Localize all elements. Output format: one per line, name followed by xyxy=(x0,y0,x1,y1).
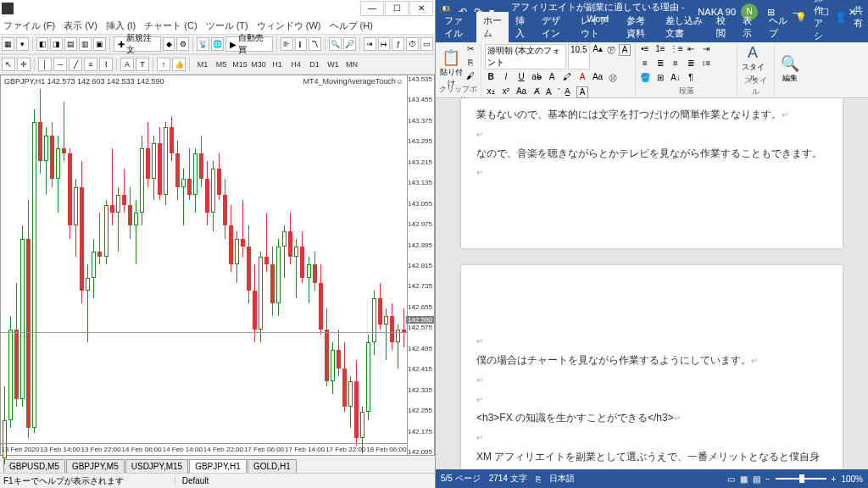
font-color-icon[interactable]: A xyxy=(576,72,588,84)
options-icon[interactable]: ⚙ xyxy=(176,37,189,51)
font-name-select[interactable]: 游明朝 (本文のフォント xyxy=(485,44,566,69)
enclose-char-icon[interactable]: ㊐ xyxy=(607,72,619,84)
subscript-icon[interactable]: x₂ xyxy=(485,86,497,98)
superscript-icon[interactable]: x² xyxy=(500,86,512,98)
cursor-icon[interactable]: ↖ xyxy=(2,58,15,71)
paste-button[interactable]: 📋貼り付け xyxy=(439,48,463,79)
ribbon-tab-7[interactable]: 校閲 xyxy=(709,12,736,42)
chart-tab[interactable]: USDJPY,M15 xyxy=(125,459,188,473)
line-spacing-icon[interactable]: ↕≡ xyxy=(700,58,712,70)
timeframe-D1[interactable]: D1 xyxy=(305,58,324,71)
periods-icon[interactable]: ⏱ xyxy=(406,37,419,51)
signals-icon[interactable]: 📡 xyxy=(197,37,209,51)
tell-me-icon[interactable]: 💡 xyxy=(795,12,807,23)
text-effect-icon[interactable]: A xyxy=(546,72,558,84)
mt4-menubar[interactable]: ファイル (F)表示 (V)挿入 (I)チャート (C)ツール (T)ウィンドウ… xyxy=(0,17,435,34)
navigator-icon[interactable]: ◨ xyxy=(50,37,63,51)
menu-item[interactable]: チャート (C) xyxy=(144,19,197,32)
ribbon-tab-5[interactable]: 参考資料 xyxy=(620,12,659,42)
timeframe-M30[interactable]: M30 xyxy=(249,58,268,71)
bullets-icon[interactable]: •≡ xyxy=(639,44,651,56)
chart-tab[interactable]: GBPJPY,H1 xyxy=(189,459,247,473)
zoom-out-button[interactable]: − xyxy=(765,474,771,484)
new-chart-icon[interactable]: ▦ xyxy=(2,37,14,51)
close-button[interactable]: ✕ xyxy=(409,1,433,16)
justify-icon[interactable]: ≣ xyxy=(685,58,697,70)
market-icon[interactable]: 🌐 xyxy=(211,37,224,51)
ruby-icon[interactable]: ㊦ xyxy=(605,44,617,56)
cut-icon[interactable]: ✂ xyxy=(465,44,476,56)
timeframe-M15[interactable]: M15 xyxy=(231,58,249,71)
market-watch-icon[interactable]: ◧ xyxy=(36,37,49,51)
word-count[interactable]: 2714 文字 xyxy=(489,473,527,485)
clear-format-icon[interactable]: A̸ xyxy=(531,86,542,98)
ribbon-tab-8[interactable]: 表示 xyxy=(736,12,762,42)
decrease-indent-icon[interactable]: ⇤ xyxy=(685,44,697,56)
zoom-in-button[interactable]: + xyxy=(832,474,837,484)
language[interactable]: 日本語 xyxy=(549,473,575,485)
vline-icon[interactable]: │ xyxy=(38,58,52,71)
grow-font-icon[interactable]: A▴ xyxy=(592,44,604,56)
print-layout-icon[interactable]: ▦ xyxy=(740,474,748,484)
numbering-icon[interactable]: 1≡ xyxy=(654,44,666,56)
bold-icon[interactable]: B xyxy=(485,72,497,84)
zoom-slider[interactable] xyxy=(776,478,826,480)
indicators-icon[interactable]: ƒ xyxy=(392,37,404,51)
share-icon[interactable]: 👤 xyxy=(835,12,847,23)
char-shading-icon[interactable]: Aa xyxy=(592,72,604,84)
trendline-icon[interactable]: ╱ xyxy=(69,58,82,71)
maximize-button[interactable]: ☐ xyxy=(385,1,409,16)
editing-button[interactable]: 🔍編集 xyxy=(778,54,802,85)
timeframe-H4[interactable]: H4 xyxy=(287,58,305,71)
ribbon-tab-1[interactable]: ホーム xyxy=(476,12,509,42)
ribbon-tab-4[interactable]: レイアウト xyxy=(574,12,619,42)
timeframe-M1[interactable]: M1 xyxy=(193,58,212,71)
highlight-icon[interactable]: 🖍 xyxy=(561,72,573,84)
tester-icon[interactable]: ▥ xyxy=(79,37,92,51)
strikethrough-icon[interactable]: ab̶ xyxy=(531,72,542,84)
sort-icon[interactable]: A↓ xyxy=(670,73,682,85)
bar-chart-icon[interactable]: ⊪ xyxy=(281,37,293,51)
templates-icon[interactable]: ▭ xyxy=(420,37,433,51)
font-size-select[interactable]: 10.5 xyxy=(568,44,590,69)
timeframe-MN[interactable]: MN xyxy=(342,58,361,71)
timeframe-M5[interactable]: M5 xyxy=(212,58,231,71)
menu-item[interactable]: 表示 (V) xyxy=(64,19,97,32)
align-right-icon[interactable]: ≡ xyxy=(670,58,682,70)
data-window-icon[interactable]: ▣ xyxy=(93,37,106,51)
channel-icon[interactable]: ≡ xyxy=(84,58,97,71)
minimize-button[interactable]: — xyxy=(360,1,384,16)
format-painter-icon[interactable]: 🖌 xyxy=(465,71,476,83)
chart-area[interactable]: GBPJPY,H1 142.573 142.603 142.533 142.59… xyxy=(0,75,435,456)
increase-indent-icon[interactable]: ⇥ xyxy=(700,44,712,56)
label-icon[interactable]: T xyxy=(136,58,149,71)
zoom-out-icon[interactable]: 🔎 xyxy=(343,37,356,51)
phonetic-icon[interactable]: A゜ xyxy=(546,86,558,98)
change-case-icon[interactable]: Aa xyxy=(515,86,527,98)
copy-icon[interactable]: ⎘ xyxy=(465,58,476,69)
ribbon-tab-2[interactable]: 挿入 xyxy=(509,12,535,42)
menu-item[interactable]: ウィンドウ (W) xyxy=(257,19,321,32)
candle-chart-icon[interactable]: ⫿ xyxy=(295,37,308,51)
borders-icon[interactable]: ⊞ xyxy=(654,73,666,85)
timeframe-W1[interactable]: W1 xyxy=(324,58,342,71)
web-layout-icon[interactable]: ▤ xyxy=(753,474,760,484)
italic-icon[interactable]: I xyxy=(500,72,512,84)
multilevel-icon[interactable]: ⋮≡ xyxy=(670,44,682,56)
document-area[interactable]: 業もないので、基本的には文字を打つだけの簡単作業となります。 なので、音楽を聴き… xyxy=(436,98,868,469)
new-order-button[interactable]: ✚新規注文 xyxy=(114,36,161,52)
chart-tab[interactable]: GBPUSD,M5 xyxy=(3,459,65,473)
auto-trade-button[interactable]: ▶自動売買 xyxy=(225,36,273,52)
page-number[interactable]: 5/5 ページ xyxy=(441,473,481,485)
align-left-icon[interactable]: ≡ xyxy=(639,58,651,70)
char-border-icon[interactable]: A xyxy=(619,44,631,56)
ribbon-tab-9[interactable]: ヘルプ xyxy=(762,12,794,42)
hline-icon[interactable]: ─ xyxy=(53,58,67,71)
align-center-icon[interactable]: ≣ xyxy=(654,58,666,70)
thumb-icon[interactable]: 👍 xyxy=(172,58,186,71)
fibo-icon[interactable]: ⌇ xyxy=(99,58,113,71)
ribbon-tab-0[interactable]: ファイル xyxy=(437,12,476,42)
text-icon[interactable]: A xyxy=(120,58,134,71)
zoom-level[interactable]: 100% xyxy=(841,474,863,484)
autoscroll-icon[interactable]: ⇥ xyxy=(364,37,376,51)
